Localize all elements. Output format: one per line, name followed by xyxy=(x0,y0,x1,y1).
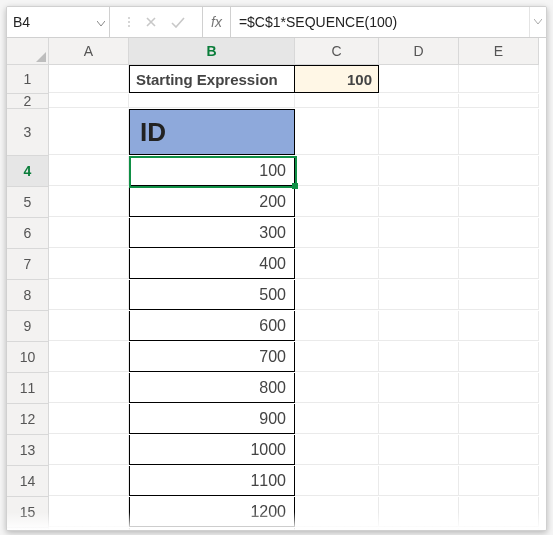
cell-C14[interactable] xyxy=(295,466,379,496)
row-header-6[interactable]: 6 xyxy=(7,218,49,249)
cell-A13[interactable] xyxy=(49,435,129,465)
cell-C8[interactable] xyxy=(295,280,379,310)
cell-D6[interactable] xyxy=(379,218,459,248)
row-header-13[interactable]: 13 xyxy=(7,435,49,466)
cell-E6[interactable] xyxy=(459,218,539,248)
svg-point-1 xyxy=(128,21,130,23)
cell-A3[interactable] xyxy=(49,109,129,155)
cell-A1[interactable] xyxy=(49,65,129,93)
cell-C2[interactable] xyxy=(295,94,379,108)
cell-E10[interactable] xyxy=(459,342,539,372)
cell-C11[interactable] xyxy=(295,373,379,403)
cell-E4[interactable] xyxy=(459,156,539,186)
cell-C1[interactable]: 100 xyxy=(295,65,379,93)
expand-formula-bar[interactable] xyxy=(529,7,546,37)
cell-D3[interactable] xyxy=(379,109,459,155)
cell-A9[interactable] xyxy=(49,311,129,341)
cell-A4[interactable] xyxy=(49,156,129,186)
cell-E1[interactable] xyxy=(459,65,539,93)
cell-B2[interactable] xyxy=(129,94,295,108)
col-header-E[interactable]: E xyxy=(459,38,539,65)
cell-E2[interactable] xyxy=(459,94,539,108)
cell-C12[interactable] xyxy=(295,404,379,434)
col-header-D[interactable]: D xyxy=(379,38,459,65)
cell-D9[interactable] xyxy=(379,311,459,341)
cell-D10[interactable] xyxy=(379,342,459,372)
row-header-3[interactable]: 3 xyxy=(7,109,49,156)
cell-B6[interactable]: 300 xyxy=(129,218,295,248)
name-box[interactable]: B4 xyxy=(7,7,110,37)
cell-B3[interactable]: ID xyxy=(129,109,295,155)
cell-D2[interactable] xyxy=(379,94,459,108)
cell-A5[interactable] xyxy=(49,187,129,217)
cell-D4[interactable] xyxy=(379,156,459,186)
cell-C13[interactable] xyxy=(295,435,379,465)
cell-C9[interactable] xyxy=(295,311,379,341)
cell-E5[interactable] xyxy=(459,187,539,217)
cell-B1[interactable]: Starting Expression xyxy=(129,65,295,93)
cell-E11[interactable] xyxy=(459,373,539,403)
row-header-10[interactable]: 10 xyxy=(7,342,49,373)
cell-B7[interactable]: 400 xyxy=(129,249,295,279)
cell-C6[interactable] xyxy=(295,218,379,248)
cell-D5[interactable] xyxy=(379,187,459,217)
chevron-down-icon[interactable] xyxy=(97,14,105,30)
row-header-12[interactable]: 12 xyxy=(7,404,49,435)
row-header-5[interactable]: 5 xyxy=(7,187,49,218)
cell-E8[interactable] xyxy=(459,280,539,310)
cell-B8[interactable]: 500 xyxy=(129,280,295,310)
enter-icon[interactable] xyxy=(171,16,185,28)
cancel-icon[interactable] xyxy=(145,16,157,28)
cell-E3[interactable] xyxy=(459,109,539,155)
cell-B13[interactable]: 1000 xyxy=(129,435,295,465)
row-header-8[interactable]: 8 xyxy=(7,280,49,311)
cell-D14[interactable] xyxy=(379,466,459,496)
row-header-9[interactable]: 9 xyxy=(7,311,49,342)
cell-A7[interactable] xyxy=(49,249,129,279)
col-header-C[interactable]: C xyxy=(295,38,379,65)
cell-A8[interactable] xyxy=(49,280,129,310)
cell-B10[interactable]: 700 xyxy=(129,342,295,372)
cell-B11[interactable]: 800 xyxy=(129,373,295,403)
cell-A6[interactable] xyxy=(49,218,129,248)
fx-button[interactable]: fx xyxy=(203,7,231,37)
cell-A12[interactable] xyxy=(49,404,129,434)
cell-C3[interactable] xyxy=(295,109,379,155)
cell-D7[interactable] xyxy=(379,249,459,279)
cell-E12[interactable] xyxy=(459,404,539,434)
cell-A2[interactable] xyxy=(49,94,129,108)
cell-E14[interactable] xyxy=(459,466,539,496)
select-all-corner[interactable] xyxy=(7,38,49,65)
cell-E7[interactable] xyxy=(459,249,539,279)
row-header-4[interactable]: 4 xyxy=(7,156,49,187)
separator-icon xyxy=(127,15,131,29)
row-header-2[interactable]: 2 xyxy=(7,94,49,109)
cell-A10[interactable] xyxy=(49,342,129,372)
spreadsheet-grid[interactable]: A B C D E 1 Starting Expression 100 2 3 … xyxy=(7,38,546,531)
cell-A11[interactable] xyxy=(49,373,129,403)
row-header-14[interactable]: 14 xyxy=(7,466,49,497)
cell-B14[interactable]: 1100 xyxy=(129,466,295,496)
col-header-A[interactable]: A xyxy=(49,38,129,65)
row-header-1[interactable]: 1 xyxy=(7,65,49,94)
cell-B12[interactable]: 900 xyxy=(129,404,295,434)
cell-C7[interactable] xyxy=(295,249,379,279)
cell-C10[interactable] xyxy=(295,342,379,372)
cell-E13[interactable] xyxy=(459,435,539,465)
cell-B5[interactable]: 200 xyxy=(129,187,295,217)
row-header-7[interactable]: 7 xyxy=(7,249,49,280)
cell-C5[interactable] xyxy=(295,187,379,217)
cell-E9[interactable] xyxy=(459,311,539,341)
col-header-B[interactable]: B xyxy=(129,38,295,65)
cell-D13[interactable] xyxy=(379,435,459,465)
cell-D11[interactable] xyxy=(379,373,459,403)
cell-D12[interactable] xyxy=(379,404,459,434)
cell-A14[interactable] xyxy=(49,466,129,496)
cell-D1[interactable] xyxy=(379,65,459,93)
formula-input[interactable]: =$C$1*SEQUENCE(100) xyxy=(231,7,529,37)
cell-B4[interactable]: 100 xyxy=(129,156,295,186)
cell-D8[interactable] xyxy=(379,280,459,310)
cell-C4[interactable] xyxy=(295,156,379,186)
cell-B9[interactable]: 600 xyxy=(129,311,295,341)
row-header-11[interactable]: 11 xyxy=(7,373,49,404)
